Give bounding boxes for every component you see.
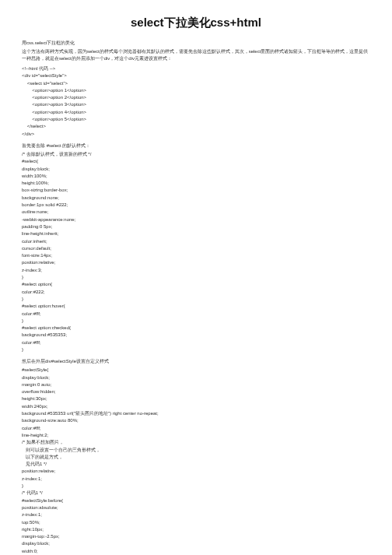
intro-paragraph: 这个方法有两种方式实现，因为select的样式每个浏览器都有其默认的样式，需要先… — [22, 48, 370, 62]
subheading-1: 用css.select下拉框的美化 — [22, 40, 370, 47]
code-block-selectstyle: #selectStyle{ display:block; margin:0 au… — [22, 367, 370, 555]
code-block-html: <!--html 代码 --> <div id="selectStyle"> <… — [22, 65, 370, 138]
subheading-3: 然后在外层div#selectStyle设置自定义样式 — [22, 358, 370, 365]
page-title: select下拉美化css+html — [22, 16, 370, 30]
code-block-select-reset: /* 去除默认样式，设置新的样式 */ #select{ display:blo… — [22, 151, 370, 353]
subheading-2: 首先要去除 #select 的默认样式： — [22, 142, 370, 149]
